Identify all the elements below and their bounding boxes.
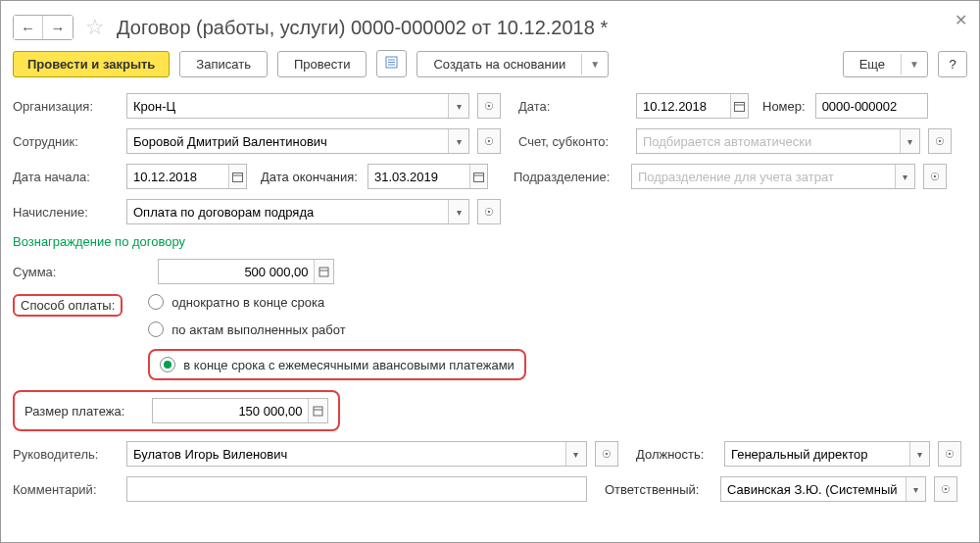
number-field[interactable]: [815, 93, 928, 119]
pay-size-highlight: Размер платежа:: [13, 390, 340, 431]
pay-size-field[interactable]: [152, 398, 328, 423]
radio-acts-label: по актам выполненных работ: [172, 322, 345, 337]
open-button[interactable]: ☉: [477, 128, 501, 154]
radio-monthly-highlight: в конце срока с ежемесячными авансовыми …: [148, 349, 526, 380]
manager-field[interactable]: ▾: [126, 441, 587, 467]
section-title: Вознаграждение по договору: [13, 234, 967, 249]
open-button[interactable]: ☉: [938, 441, 961, 467]
report-icon-button[interactable]: [376, 50, 407, 77]
manager-input[interactable]: [127, 447, 565, 462]
close-icon[interactable]: ✕: [955, 11, 967, 29]
dropdown-icon[interactable]: ▾: [565, 442, 586, 466]
start-date-field[interactable]: [126, 164, 247, 189]
dropdown-icon[interactable]: ▾: [448, 200, 468, 223]
calendar-icon[interactable]: [469, 165, 487, 188]
open-button[interactable]: ☉: [477, 199, 501, 224]
calendar-icon[interactable]: [228, 165, 246, 188]
sum-field[interactable]: [158, 259, 334, 284]
employee-label: Сотрудник:: [13, 134, 119, 149]
date-label: Дата:: [518, 99, 628, 114]
radio-once[interactable]: [148, 294, 164, 310]
create-based-button[interactable]: Создать на основании ▼: [416, 51, 609, 77]
employee-input[interactable]: [127, 134, 448, 149]
manager-label: Руководитель:: [13, 447, 119, 462]
open-button[interactable]: ☉: [477, 93, 501, 119]
dropdown-icon[interactable]: ▾: [906, 477, 925, 501]
svg-rect-10: [319, 268, 328, 276]
start-date-label: Дата начала:: [13, 170, 119, 184]
conduct-button[interactable]: Провести: [277, 51, 368, 77]
end-date-field[interactable]: [368, 164, 488, 189]
help-button[interactable]: ?: [938, 51, 967, 77]
date-input[interactable]: [637, 99, 730, 114]
toolbar: Провести и закрыть Записать Провести Соз…: [13, 50, 967, 91]
position-field[interactable]: ▾: [724, 441, 930, 467]
more-button[interactable]: Еще ▼: [843, 51, 928, 77]
radio-monthly[interactable]: [160, 357, 175, 372]
radio-acts[interactable]: [148, 321, 164, 337]
account-label: Счет, субконто:: [518, 134, 628, 149]
dropdown-icon[interactable]: ▾: [895, 165, 914, 188]
favorite-icon[interactable]: ☆: [85, 15, 105, 40]
page-title: Договор (работы, услуги) 0000-000002 от …: [117, 17, 608, 39]
titlebar: ← → ☆ Договор (работы, услуги) 0000-0000…: [13, 9, 967, 50]
calculator-icon[interactable]: [314, 260, 333, 283]
number-input[interactable]: [816, 99, 927, 114]
comment-label: Комментарий:: [13, 482, 119, 497]
org-input[interactable]: [127, 99, 448, 114]
account-input[interactable]: [637, 134, 900, 149]
division-input[interactable]: [632, 170, 895, 184]
account-field[interactable]: ▾: [636, 128, 920, 154]
org-label: Организация:: [13, 99, 119, 114]
sum-input[interactable]: [159, 265, 314, 279]
dropdown-icon[interactable]: ▾: [448, 129, 468, 153]
responsible-input[interactable]: [721, 482, 906, 497]
position-label: Должность:: [636, 447, 714, 462]
date-field[interactable]: [636, 93, 749, 119]
accrual-field[interactable]: ▾: [126, 199, 469, 224]
start-date-input[interactable]: [127, 170, 228, 184]
org-field[interactable]: ▾: [126, 93, 469, 119]
accrual-label: Начисление:: [13, 205, 119, 220]
forward-button[interactable]: →: [43, 16, 73, 39]
end-date-input[interactable]: [368, 170, 469, 184]
conduct-and-close-button[interactable]: Провести и закрыть: [13, 51, 170, 77]
open-button[interactable]: ☉: [595, 441, 618, 467]
svg-rect-12: [314, 407, 322, 416]
employee-field[interactable]: ▾: [126, 128, 469, 154]
sum-label: Сумма:: [13, 265, 150, 279]
end-date-label: Дата окончания:: [261, 170, 358, 184]
save-button[interactable]: Записать: [179, 51, 268, 77]
pay-size-input[interactable]: [153, 404, 308, 419]
responsible-label: Ответственный:: [605, 482, 710, 497]
window: ← → ☆ Договор (работы, услуги) 0000-0000…: [0, 0, 980, 543]
svg-rect-4: [734, 102, 744, 111]
pay-size-label: Размер платежа:: [24, 404, 140, 419]
radio-once-label: однократно в конце срока: [172, 295, 324, 310]
comment-field[interactable]: [126, 476, 587, 502]
dropdown-icon[interactable]: ▾: [900, 129, 919, 153]
chevron-down-icon: ▼: [901, 54, 927, 74]
chevron-down-icon: ▼: [581, 54, 608, 74]
responsible-field[interactable]: ▾: [720, 476, 926, 502]
open-button[interactable]: ☉: [928, 128, 952, 154]
open-button[interactable]: ☉: [934, 476, 957, 502]
accrual-input[interactable]: [127, 205, 448, 220]
svg-rect-6: [232, 173, 242, 181]
division-label: Подразделение:: [514, 170, 623, 184]
pay-method-label: Способ оплаты:: [13, 294, 122, 317]
dropdown-icon[interactable]: ▾: [448, 94, 468, 118]
form: Организация: ▾ ☉ Дата: Номер: Сотрудник:: [13, 91, 967, 502]
svg-rect-8: [473, 173, 483, 181]
comment-input[interactable]: [127, 482, 586, 497]
radio-monthly-label: в конце срока с ежемесячными авансовыми …: [183, 358, 514, 372]
open-button[interactable]: ☉: [923, 164, 947, 189]
nav-buttons: ← →: [13, 15, 74, 40]
position-input[interactable]: [725, 447, 909, 462]
division-field[interactable]: ▾: [631, 164, 915, 189]
calendar-icon[interactable]: [730, 94, 748, 118]
number-label: Номер:: [762, 99, 806, 114]
back-button[interactable]: ←: [14, 16, 43, 39]
dropdown-icon[interactable]: ▾: [909, 442, 929, 466]
calculator-icon[interactable]: [308, 399, 327, 422]
